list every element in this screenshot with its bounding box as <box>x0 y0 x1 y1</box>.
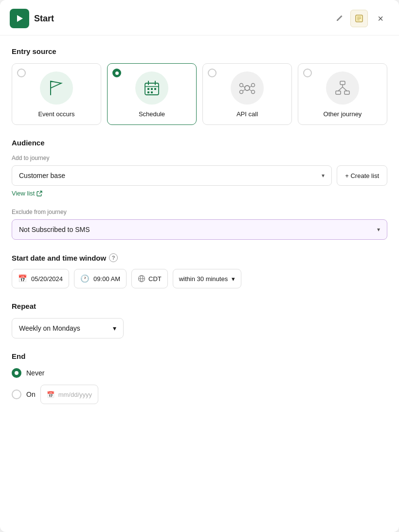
header-actions: × <box>350 10 389 27</box>
end-on-radio[interactable] <box>12 390 21 399</box>
repeat-dropdown[interactable]: Weekly on Mondays ▾ <box>12 318 124 338</box>
start-date-section: Start date and time window ? 📅 05/20/202… <box>12 253 387 288</box>
end-calendar-icon: 📅 <box>47 391 54 398</box>
end-date-picker[interactable]: 📅 mm/dd/yyyy <box>40 385 98 404</box>
source-journey-radio <box>303 69 312 77</box>
window-value: within 30 minutes <box>179 275 228 283</box>
timezone-picker[interactable]: CDT <box>131 269 168 288</box>
source-api-label: API call <box>236 110 258 118</box>
calendar-icon: 📅 <box>18 274 27 283</box>
end-never-label: Never <box>26 369 44 377</box>
notes-button[interactable] <box>350 10 368 27</box>
source-api[interactable]: API call <box>202 63 292 125</box>
source-event-radio <box>17 69 26 77</box>
add-to-journey-label: Add to journey <box>12 155 387 161</box>
close-button[interactable]: × <box>372 10 389 27</box>
svg-marker-0 <box>17 15 23 22</box>
exclude-arrow: ▾ <box>377 226 380 233</box>
date-value: 05/20/2024 <box>31 275 63 283</box>
source-journey[interactable]: Other journey <box>298 63 387 125</box>
customer-base-dropdown[interactable]: Customer base ▾ <box>12 165 332 186</box>
entry-sources-grid: Event occurs <box>12 63 387 125</box>
header-play-icon <box>10 9 29 28</box>
source-schedule-label: Schedule <box>139 110 165 118</box>
end-never-radio[interactable] <box>12 368 21 378</box>
entry-source-title: Entry source <box>12 47 387 55</box>
svg-line-28 <box>343 87 347 91</box>
end-date-placeholder: mm/dd/yyyy <box>58 391 92 398</box>
svg-rect-12 <box>147 91 149 93</box>
svg-rect-13 <box>151 91 153 93</box>
source-journey-icon-wrap <box>326 71 359 105</box>
window-dropdown[interactable]: within 30 minutes ▾ <box>173 269 241 288</box>
svg-line-21 <box>243 89 245 91</box>
svg-point-16 <box>252 84 255 87</box>
repeat-section: Repeat Weekly on Mondays ▾ <box>12 302 387 338</box>
clock-icon: 🕐 <box>80 274 90 283</box>
repeat-title: Repeat <box>12 302 387 310</box>
exclude-section: Exclude from journey Not Subscribed to S… <box>12 209 387 240</box>
panel: Start × Entry source <box>0 0 399 532</box>
svg-line-27 <box>338 87 343 91</box>
svg-line-22 <box>249 89 252 91</box>
source-event-label: Event occurs <box>38 110 74 118</box>
svg-rect-9 <box>147 88 149 90</box>
view-list-link[interactable]: View list <box>12 190 387 197</box>
external-link-icon <box>36 191 42 196</box>
source-api-icon-wrap <box>231 71 264 105</box>
page-title: Start <box>34 14 329 24</box>
time-picker[interactable]: 🕐 09:00 AM <box>74 269 127 288</box>
svg-rect-25 <box>345 91 349 94</box>
start-date-title: Start date and time window ? <box>12 253 387 262</box>
date-row: 📅 05/20/2024 🕐 09:00 AM CDT withi <box>12 269 387 288</box>
source-journey-label: Other journey <box>324 110 362 118</box>
window-arrow: ▾ <box>232 275 235 283</box>
audience-title: Audience <box>12 139 387 147</box>
svg-rect-24 <box>336 91 341 94</box>
timezone-value: CDT <box>148 275 162 283</box>
time-value: 09:00 AM <box>93 275 120 283</box>
journey-icon <box>332 77 353 99</box>
end-on-label: On <box>26 390 36 398</box>
api-icon <box>236 77 258 99</box>
date-picker[interactable]: 📅 05/20/2024 <box>12 269 69 288</box>
svg-rect-11 <box>154 88 156 90</box>
customer-base-arrow: ▾ <box>322 172 325 179</box>
repeat-arrow: ▾ <box>113 324 116 332</box>
svg-rect-23 <box>340 81 345 85</box>
svg-rect-10 <box>151 88 153 90</box>
svg-point-15 <box>240 84 243 87</box>
header: Start × <box>0 0 399 35</box>
help-icon[interactable]: ? <box>109 253 118 262</box>
exclude-dropdown[interactable]: Not Subscribed to SMS ▾ <box>12 219 387 240</box>
audience-section: Audience Add to journey Customer base ▾ … <box>12 139 387 197</box>
source-event[interactable]: Event occurs <box>12 63 101 125</box>
flag-icon <box>46 77 67 99</box>
source-schedule-icon-wrap <box>135 71 168 105</box>
source-event-icon-wrap <box>40 71 73 105</box>
create-list-button[interactable]: + Create list <box>337 165 387 186</box>
svg-point-14 <box>245 86 250 90</box>
content: Entry source Event occurs <box>0 35 399 420</box>
source-schedule-radio <box>112 69 121 77</box>
customer-base-value: Customer base <box>19 172 65 179</box>
repeat-value: Weekly on Mondays <box>19 324 80 332</box>
end-on-row: On 📅 mm/dd/yyyy <box>12 385 387 404</box>
end-title: End <box>12 352 387 360</box>
end-section: End Never On 📅 mm/dd/yyyy <box>12 352 387 404</box>
source-schedule[interactable]: Schedule <box>107 63 197 125</box>
add-to-journey-row: Customer base ▾ + Create list <box>12 165 387 186</box>
edit-title-button[interactable] <box>334 12 345 25</box>
source-api-radio <box>208 69 217 77</box>
globe-icon <box>138 275 145 283</box>
end-never-row: Never <box>12 368 387 378</box>
svg-point-18 <box>252 90 255 94</box>
exclude-label: Exclude from journey <box>12 209 387 215</box>
exclude-value: Not Subscribed to SMS <box>19 226 90 233</box>
svg-point-17 <box>240 90 243 94</box>
schedule-icon <box>141 77 163 99</box>
